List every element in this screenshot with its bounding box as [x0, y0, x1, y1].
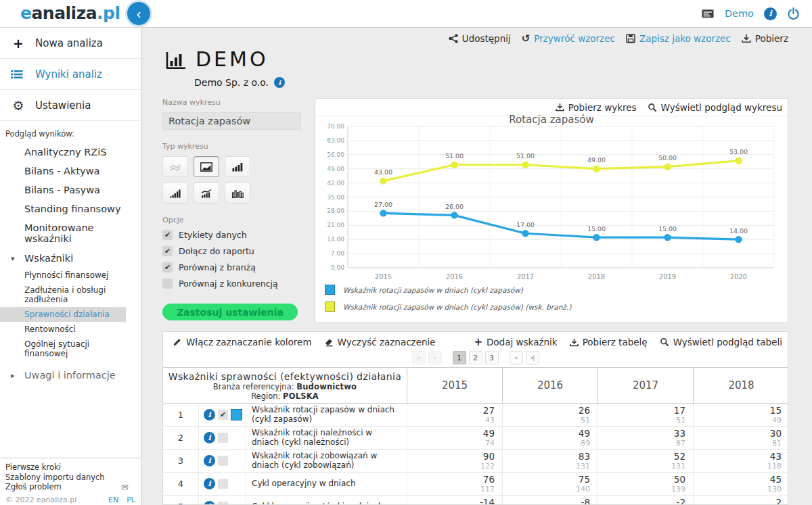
- row-controls: i: [199, 450, 246, 472]
- collapse-sidebar-button[interactable]: ‹: [127, 2, 150, 25]
- chart-type-bar-line-button[interactable]: [194, 183, 219, 203]
- add-indicator-link[interactable]: + Dodaj wskaźnik: [474, 336, 557, 348]
- chart-type-line-button[interactable]: [162, 156, 188, 177]
- value-cell: 1751: [598, 404, 694, 426]
- pagination-prev-button[interactable]: «: [428, 351, 442, 364]
- info-icon[interactable]: i: [204, 478, 215, 489]
- option-porownaj-z-konkurencja[interactable]: ✔Porównaj z konkurencją: [162, 279, 304, 289]
- legend-swatch[interactable]: [325, 285, 335, 295]
- sidebar-item-rentownosci[interactable]: Rentowności: [0, 322, 126, 337]
- pagination-last-button[interactable]: »|: [526, 351, 539, 364]
- account-name[interactable]: Demo: [725, 8, 754, 19]
- chart-type-area-button[interactable]: [194, 156, 219, 177]
- sidebar-item-wskazniki[interactable]: ▾ Wskaźniki: [0, 248, 141, 268]
- download-chart-link[interactable]: Pobierz wykres: [556, 102, 637, 113]
- svg-text:43.00: 43.00: [374, 168, 392, 176]
- download-button[interactable]: Pobierz: [742, 33, 788, 44]
- row-controls: i: [199, 496, 246, 505]
- chart-type-bar-outline-button[interactable]: [225, 183, 250, 203]
- chart-name-input[interactable]: [162, 112, 301, 130]
- table-panel: Włącz zaznaczanie kolorem Wyczyść zaznac…: [162, 331, 788, 505]
- info-icon[interactable]: i: [204, 432, 215, 443]
- apply-settings-button[interactable]: Zastosuj ustawienia: [162, 304, 298, 320]
- link-szablony-importu[interactable]: Szablony importu danych: [5, 473, 135, 483]
- checkbox[interactable]: ✔: [162, 246, 173, 256]
- value-cell: 4989: [503, 427, 598, 449]
- option-dolacz-do-raportu[interactable]: ✔Dołącz do raportu: [162, 246, 304, 256]
- row-checkbox[interactable]: [218, 502, 228, 505]
- value-cell: 76117: [407, 473, 503, 495]
- enable-color-highlight-link[interactable]: Włącz zaznaczanie kolorem: [173, 337, 312, 347]
- restore-template-button[interactable]: ↺ Przywróć wzorzec: [522, 32, 615, 45]
- checkbox[interactable]: ✔: [162, 230, 173, 240]
- chart-type-bar-button[interactable]: [225, 156, 250, 177]
- chart-type-bar-asc-button[interactable]: [162, 183, 188, 203]
- share-button[interactable]: Udostępnij: [449, 33, 511, 44]
- sidebar-item-nowa-analiza[interactable]: + Nowa analiza: [0, 28, 141, 59]
- indicators-table: Wskaźniki sprawności (efektywności) dzia…: [163, 367, 788, 505]
- row-controls: i: [199, 427, 246, 449]
- row-number: 5: [163, 496, 199, 505]
- info-icon[interactable]: i: [274, 77, 285, 88]
- sidebar-item-uwagi-i-informacje[interactable]: ▸ Uwagi i informacje: [0, 365, 141, 385]
- table-row: 4iCykl operacyjny w dniach76117751405013…: [163, 473, 788, 496]
- sidebar-item-zadluzenia[interactable]: Zadłużenia i obsługi zadłużenia: [0, 283, 126, 307]
- sidebar-item-bilans-aktywa[interactable]: Bilans - Aktywa: [0, 162, 141, 181]
- pagination-page-button[interactable]: 1: [453, 351, 466, 364]
- sidebar-item-analityczny-rzis[interactable]: Analityczny RZiS: [0, 143, 141, 162]
- save-as-template-button[interactable]: Zapisz jako wzorzec: [626, 33, 731, 44]
- company-value: -2: [598, 497, 685, 505]
- link-zglos-problem[interactable]: Zgłoś problem: [5, 482, 62, 492]
- download-table-link[interactable]: Pobierz tabelę: [570, 337, 648, 347]
- value-cell: 212: [694, 496, 788, 505]
- row-checkbox[interactable]: ✔: [218, 410, 228, 420]
- year-header: 2016: [503, 368, 598, 403]
- topbar-right: Demo i: [701, 0, 800, 27]
- option-etykiety-danych[interactable]: ✔Etykiety danych: [162, 230, 304, 240]
- sidebar-item-monitorowane-wskazniki[interactable]: Monitorowane wskaźniki: [0, 218, 141, 248]
- company-value: 49: [407, 428, 495, 439]
- legend-swatch[interactable]: [325, 302, 335, 312]
- subscription-card-icon[interactable]: [701, 8, 715, 19]
- clear-highlight-link[interactable]: Wyczyść zaznaczenie: [324, 337, 436, 347]
- info-icon[interactable]: i: [204, 501, 215, 505]
- row-checkbox[interactable]: [218, 433, 228, 443]
- sidebar-item-standing-finansowy[interactable]: Standing finansowy: [0, 199, 141, 218]
- envelope-icon[interactable]: ✉: [121, 482, 129, 492]
- pagination-page-button[interactable]: 3: [485, 351, 499, 364]
- language-pl[interactable]: PL: [127, 496, 135, 504]
- value-cell: 2651: [503, 404, 598, 426]
- sidebar-item-ogolnej-sytuacji[interactable]: Ogólnej sytuacji finansowej: [0, 337, 126, 361]
- row-checkbox[interactable]: [218, 479, 228, 489]
- svg-text:7.00: 7.00: [331, 250, 344, 257]
- row-checkbox[interactable]: [218, 456, 228, 466]
- info-icon[interactable]: i: [204, 455, 215, 466]
- value-cell: 75140: [503, 473, 598, 495]
- legend-item: Wskaźnik rotacji zapasów w dniach (cykl …: [325, 281, 571, 298]
- checkbox[interactable]: ✔: [162, 262, 173, 272]
- power-icon[interactable]: [787, 7, 800, 20]
- value-cell: 3081: [694, 427, 788, 449]
- bar-chart-icon: [166, 51, 186, 70]
- pagination-page-button[interactable]: 2: [469, 351, 482, 364]
- color-swatch[interactable]: [231, 409, 242, 420]
- sidebar-item-bilans-pasywa[interactable]: Bilans - Pasywa: [0, 181, 141, 199]
- app-logo[interactable]: eanaliza.pl: [20, 0, 120, 27]
- language-en[interactable]: EN: [108, 496, 118, 504]
- sidebar-item-wyniki-analiz[interactable]: Wyniki analiz: [0, 59, 141, 90]
- info-icon[interactable]: i: [204, 409, 215, 420]
- info-icon[interactable]: i: [764, 7, 777, 20]
- pagination-next-button[interactable]: »: [510, 351, 523, 364]
- sidebar-item-ustawienia[interactable]: ⚙ Ustawienia: [0, 90, 141, 121]
- sidebar-item-plynnosci-finansowej[interactable]: Płynności finansowej: [0, 268, 126, 283]
- industry-value: 140: [503, 485, 590, 494]
- sidebar-item-sprawnosci-dzialania[interactable]: Sprawności działania: [0, 307, 126, 322]
- preview-table-link[interactable]: Wyświetl podgląd tabeli: [660, 337, 782, 347]
- option-porownaj-z-branza[interactable]: ✔Porównaj z branżą: [162, 262, 304, 272]
- checkbox[interactable]: ✔: [162, 279, 173, 289]
- preview-chart-link[interactable]: Wyświetl podgląd wykresu: [648, 102, 782, 113]
- link-pierwsze-kroki[interactable]: Pierwsze kroki: [5, 462, 135, 473]
- chart-name-label: Nazwa wykresu: [162, 98, 304, 107]
- search-icon: [660, 337, 669, 347]
- pagination-first-button[interactable]: |«: [412, 351, 426, 364]
